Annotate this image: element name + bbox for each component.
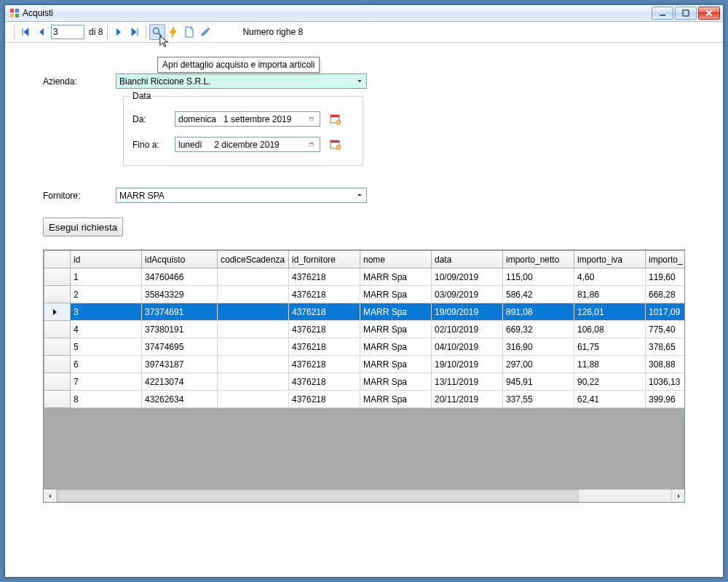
calendar-dropdown-icon[interactable] — [304, 138, 319, 151]
cell-data[interactable]: 02/10/2019 — [432, 321, 503, 338]
cell-id_fornitore[interactable]: 4376218 — [289, 286, 360, 303]
cell-idAcquisto[interactable]: 37374691 — [142, 303, 218, 321]
row-header[interactable] — [44, 321, 71, 338]
execute-button[interactable]: Esegui richiesta — [43, 218, 123, 236]
table-row[interactable]: 5374746954376218MARR Spa04/10/2019316,90… — [44, 338, 685, 356]
table-row[interactable]: 1347604664376218MARR Spa10/09/2019115,00… — [44, 268, 685, 286]
cell-data[interactable]: 10/09/2019 — [432, 268, 503, 286]
col-importo[interactable]: importo_ — [646, 251, 685, 268]
cell-id[interactable]: 2 — [71, 286, 142, 303]
document-icon[interactable] — [181, 24, 197, 40]
cell-data[interactable]: 13/11/2019 — [432, 373, 503, 391]
col-nome[interactable]: nome — [360, 251, 432, 268]
cell-data[interactable]: 20/11/2019 — [432, 391, 503, 408]
eyedropper-icon[interactable] — [197, 24, 213, 40]
cell-codiceScadenza[interactable] — [218, 391, 289, 408]
cell-nome[interactable]: MARR Spa — [360, 338, 432, 356]
cell-id[interactable]: 7 — [71, 373, 142, 391]
col-id[interactable]: id — [71, 251, 142, 268]
col-data[interactable]: data — [432, 251, 503, 268]
scroll-thumb[interactable] — [57, 490, 579, 502]
calendar-action-icon[interactable] — [329, 113, 342, 126]
cell-codiceScadenza[interactable] — [218, 338, 289, 356]
cell-nome[interactable]: MARR Spa — [360, 391, 432, 408]
maximize-button[interactable] — [675, 7, 697, 20]
cell-importo_iva[interactable]: 4,60 — [574, 268, 646, 286]
cell-id_fornitore[interactable]: 4376218 — [289, 356, 360, 373]
cell-id[interactable]: 8 — [71, 391, 142, 408]
azienda-combo[interactable]: Bianchi Riccione S.R.L. — [116, 73, 367, 89]
cell-idAcquisto[interactable]: 42213074 — [142, 373, 218, 391]
cell-importo[interactable]: 1036,13 — [646, 373, 685, 391]
nav-prev-icon[interactable] — [33, 24, 50, 40]
cell-importo_netto[interactable]: 297,00 — [503, 356, 574, 373]
cell-data[interactable]: 03/09/2019 — [432, 286, 503, 303]
cell-id_fornitore[interactable]: 4376218 — [289, 303, 360, 321]
scroll-left-icon[interactable] — [44, 490, 57, 502]
cell-codiceScadenza[interactable] — [218, 356, 289, 373]
row-header[interactable] — [44, 391, 71, 408]
table-row[interactable]: 6397431874376218MARR Spa19/10/2019297,00… — [44, 356, 685, 373]
cell-importo_netto[interactable]: 586,42 — [503, 286, 574, 303]
cell-nome[interactable]: MARR Spa — [360, 373, 432, 391]
nav-first-icon[interactable] — [17, 24, 33, 40]
cell-nome[interactable]: MARR Spa — [360, 268, 432, 286]
cell-importo_netto[interactable]: 669,32 — [503, 321, 574, 338]
cell-id_fornitore[interactable]: 4376218 — [289, 391, 360, 408]
cell-codiceScadenza[interactable] — [218, 321, 289, 338]
cell-id_fornitore[interactable]: 4376218 — [289, 268, 360, 286]
nav-current-input[interactable] — [51, 25, 84, 39]
cell-importo[interactable]: 668,28 — [646, 286, 685, 303]
cell-idAcquisto[interactable]: 39743187 — [142, 356, 218, 373]
minimize-button[interactable] — [652, 7, 673, 20]
col-importo_netto[interactable]: importo_netto — [503, 251, 574, 268]
cell-nome[interactable]: MARR Spa — [360, 321, 432, 338]
cell-data[interactable]: 19/09/2019 — [432, 303, 503, 321]
col-id_fornitore[interactable]: id_fornitore — [289, 251, 360, 268]
cell-importo_iva[interactable]: 11,88 — [574, 356, 646, 373]
col-importo_iva[interactable]: importo_iva — [574, 251, 646, 268]
cell-idAcquisto[interactable]: 34760466 — [142, 268, 218, 286]
cell-importo_iva[interactable]: 81,86 — [574, 286, 646, 303]
row-header[interactable] — [44, 356, 71, 373]
cell-idAcquisto[interactable]: 35843329 — [142, 286, 218, 303]
scroll-right-icon[interactable] — [671, 490, 684, 502]
cell-id_fornitore[interactable]: 4376218 — [289, 373, 360, 391]
cell-importo_netto[interactable]: 115,00 — [503, 268, 574, 286]
table-row[interactable]: 3373746914376218MARR Spa19/09/2019891,08… — [44, 303, 685, 321]
chevron-down-icon[interactable] — [353, 75, 365, 87]
cell-importo_netto[interactable]: 316,90 — [503, 338, 574, 356]
cell-importo_netto[interactable]: 337,55 — [503, 391, 574, 408]
col-idAcquisto[interactable]: idAcquisto — [142, 251, 218, 268]
cell-idAcquisto[interactable]: 37380191 — [142, 321, 218, 338]
calendar-action-icon[interactable] — [329, 138, 342, 151]
row-header[interactable] — [44, 373, 71, 391]
cell-importo_iva[interactable]: 62,41 — [574, 391, 646, 408]
cell-data[interactable]: 19/10/2019 — [432, 356, 503, 373]
cell-importo[interactable]: 1017,09 — [646, 303, 685, 321]
row-header[interactable] — [44, 268, 71, 286]
cell-idAcquisto[interactable]: 37474695 — [142, 338, 218, 356]
cell-importo_netto[interactable]: 945,91 — [503, 373, 574, 391]
cell-id[interactable]: 4 — [71, 321, 142, 338]
row-header[interactable] — [44, 286, 71, 303]
cell-importo_netto[interactable]: 891,08 — [503, 303, 574, 321]
titlebar[interactable]: Acquisti — [5, 5, 723, 22]
chevron-down-icon[interactable] — [353, 189, 365, 202]
cell-importo_iva[interactable]: 61,75 — [574, 338, 646, 356]
cell-codiceScadenza[interactable] — [218, 373, 289, 391]
fornitore-combo[interactable]: MARR SPA — [116, 188, 367, 203]
col-codiceScadenza[interactable]: codiceScadenza — [218, 251, 289, 268]
cell-id[interactable]: 6 — [71, 356, 142, 373]
fino-date-input[interactable]: lunedì 2 dicembre 2019 — [175, 137, 320, 152]
cell-id_fornitore[interactable]: 4376218 — [289, 338, 360, 356]
cell-importo_iva[interactable]: 90,22 — [574, 373, 646, 391]
cell-importo[interactable]: 399,96 — [646, 391, 685, 408]
cell-importo_iva[interactable]: 126,01 — [574, 303, 646, 321]
cell-codiceScadenza[interactable] — [218, 303, 289, 321]
cell-id[interactable]: 1 — [71, 268, 142, 286]
cell-idAcquisto[interactable]: 43262634 — [142, 391, 218, 408]
nav-next-icon[interactable] — [111, 24, 127, 40]
table-row[interactable]: 7422130744376218MARR Spa13/11/2019945,91… — [44, 373, 685, 391]
row-header[interactable] — [44, 338, 71, 356]
